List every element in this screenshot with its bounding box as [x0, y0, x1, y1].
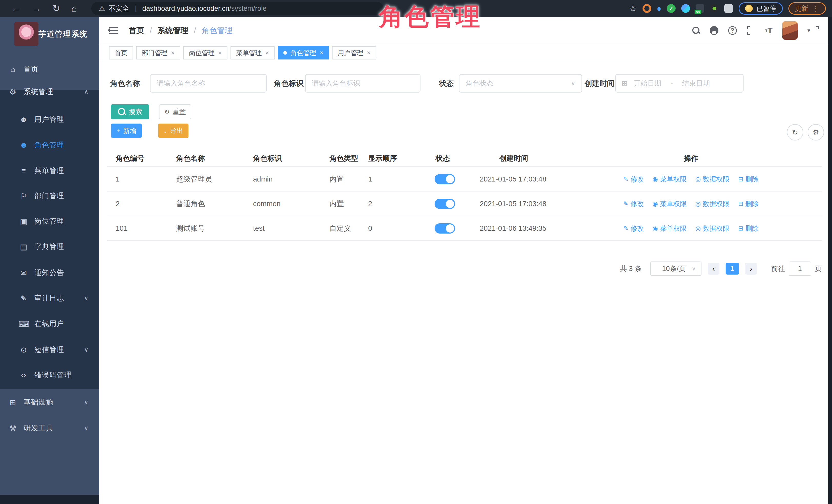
extension-gem-icon[interactable]: ♦	[657, 4, 661, 13]
status-select[interactable]: 角色状态 ∨	[459, 74, 582, 92]
edit-action[interactable]: ✎修改	[623, 191, 644, 216]
tab-home[interactable]: 首页	[109, 46, 133, 59]
extension-blue-icon[interactable]	[681, 4, 690, 13]
sidebar-collapse-bar[interactable]	[0, 495, 99, 504]
paused-badge[interactable]: 已暂停	[739, 2, 783, 15]
delete-action[interactable]: ⊟删除	[738, 191, 759, 216]
menu-permission-action[interactable]: ◉菜单权限	[652, 191, 686, 216]
avatar-caret-icon[interactable]: ▾	[807, 27, 810, 34]
user-avatar[interactable]	[782, 21, 798, 40]
chevron-down-icon: ∨	[84, 295, 88, 302]
date-range-picker[interactable]: ⊞ 开始日期 - 结束日期	[615, 74, 744, 92]
trash-icon: ⊟	[738, 167, 743, 191]
user-icon: ☻	[19, 115, 29, 124]
role-name-input[interactable]	[150, 74, 267, 92]
page-number-button[interactable]: 1	[726, 263, 739, 274]
sidebar-item-infrastructure[interactable]: ⊞ 基础设施 ∨	[0, 390, 99, 415]
data-permission-action[interactable]: ◎数据权限	[695, 216, 729, 241]
sidebar-item-online-users[interactable]: ⌨ 在线用户	[0, 312, 99, 336]
tab-menu-management[interactable]: 菜单管理×	[231, 46, 275, 59]
extension-monkey-icon[interactable]	[710, 4, 719, 13]
url-path: /system/role	[229, 5, 267, 12]
breadcrumb-system[interactable]: 系统管理	[157, 25, 188, 36]
delete-action[interactable]: ⊟删除	[738, 167, 759, 191]
prev-page-button[interactable]: ‹	[708, 263, 720, 274]
close-icon[interactable]: ×	[320, 49, 323, 56]
cell-create-time: 2021-01-05 17:03:48	[480, 191, 546, 216]
sidebar-item-user-management[interactable]: ☻ 用户管理	[0, 107, 99, 132]
sidebar-item-system-management[interactable]: ⚙ 系统管理 ∧	[0, 79, 99, 104]
close-icon[interactable]: ×	[171, 49, 175, 56]
status-toggle[interactable]	[435, 199, 455, 209]
status-toggle[interactable]	[435, 223, 455, 234]
sidebar-item-dev-tools[interactable]: ⚒ 研发工具 ∨	[0, 416, 99, 441]
help-icon[interactable]: ?	[728, 26, 737, 35]
back-icon[interactable]: ←	[11, 0, 21, 17]
cell-role-id: 1	[115, 167, 120, 191]
browser-update-button[interactable]: 更新⋮	[788, 2, 826, 15]
url-bar[interactable]: ⚠ 不安全 | dashboard.yudao.iocoder.cn /syst…	[91, 2, 384, 15]
table-refresh-button[interactable]: ↻	[787, 124, 803, 140]
menu-permission-action[interactable]: ◉菜单权限	[652, 167, 686, 191]
sidebar-item-dict-management[interactable]: ▤ 字典管理	[0, 234, 99, 259]
sidebar-item-home[interactable]: ⌂ 首页	[0, 57, 99, 81]
sidebar-item-error-code[interactable]: ‹› 错误码管理	[0, 363, 99, 387]
close-icon[interactable]: ×	[265, 49, 269, 56]
sidebar-item-post-management[interactable]: ▣ 岗位管理	[0, 209, 99, 234]
page: ← → ↻ ⌂ ⚠ 不安全 | dashboard.yudao.iocoder.…	[0, 0, 832, 504]
browser-menu-icon[interactable]: ⋮	[812, 4, 820, 13]
close-icon[interactable]: ×	[218, 49, 222, 56]
reload-icon[interactable]: ↻	[52, 0, 60, 17]
tab-role-management[interactable]: 角色管理×	[278, 46, 329, 59]
sidebar-item-sms-management[interactable]: ⊙ 短信管理 ∨	[0, 337, 99, 362]
hamburger-icon[interactable]	[108, 25, 120, 36]
reset-button[interactable]: ↻重置	[159, 104, 191, 119]
tab-dept-management[interactable]: 部门管理×	[136, 46, 180, 59]
extension-orange-icon[interactable]	[643, 4, 651, 13]
goto-page-input[interactable]	[789, 262, 811, 276]
extension-check-icon[interactable]: ✓	[667, 4, 676, 13]
table-columns-button[interactable]: ⚙	[808, 124, 824, 140]
cell-sort: 2	[368, 191, 372, 216]
col-actions: 操作	[576, 150, 806, 167]
edit-action[interactable]: ✎修改	[623, 167, 644, 191]
github-icon[interactable]	[710, 26, 719, 35]
add-button[interactable]: +新增	[111, 124, 142, 138]
status-toggle[interactable]	[435, 174, 455, 184]
tab-user-management[interactable]: 用户管理×	[332, 46, 376, 59]
next-page-button[interactable]: ›	[745, 263, 757, 274]
font-size-icon[interactable]: тT	[765, 26, 773, 35]
home-icon[interactable]: ⌂	[71, 0, 77, 17]
breadcrumb-home[interactable]: 首页	[129, 25, 144, 36]
search-button[interactable]: 搜索	[111, 104, 149, 119]
extensions-puzzle-icon[interactable]	[724, 4, 733, 13]
page-size-select[interactable]: 10条/页∨	[650, 262, 702, 276]
search-icon[interactable]	[692, 27, 700, 34]
export-button[interactable]: ↓导出	[158, 124, 188, 138]
fullscreen-icon[interactable]	[747, 26, 755, 35]
sidebar-item-menu-management[interactable]: ≡ 菜单管理	[0, 158, 99, 183]
role-key-input[interactable]	[305, 74, 420, 92]
data-permission-action[interactable]: ◎数据权限	[695, 167, 729, 191]
tab-post-management[interactable]: 岗位管理×	[183, 46, 228, 59]
sidebar-item-notice[interactable]: ✉ 通知公告	[0, 261, 99, 285]
forward-icon[interactable]: →	[32, 0, 41, 17]
edit-action[interactable]: ✎修改	[623, 216, 644, 241]
page-scrollbar[interactable]	[828, 17, 832, 504]
col-role-name: 角色名称	[176, 150, 205, 167]
extension-dark-icon[interactable]: on	[696, 4, 704, 13]
bookmark-star-icon[interactable]: ☆	[629, 4, 636, 13]
pagination-total: 共 3 条	[620, 264, 642, 273]
sidebar-item-audit-log[interactable]: ✎ 审计日志 ∨	[0, 286, 99, 311]
sidebar-item-role-management[interactable]: ☻ 角色管理	[0, 133, 99, 157]
close-icon[interactable]: ×	[367, 49, 370, 56]
url-divider: |	[135, 5, 137, 12]
sidebar-item-dept-management[interactable]: ⚐ 部门管理	[0, 184, 99, 208]
menu-permission-action[interactable]: ◉菜单权限	[652, 216, 686, 241]
data-permission-action[interactable]: ◎数据权限	[695, 191, 729, 216]
circle-check-icon: ◉	[652, 216, 658, 241]
cell-role-type: 内置	[330, 167, 344, 191]
app-logo-row[interactable]: 芋道管理系统	[0, 17, 99, 50]
cell-role-name: 普通角色	[176, 191, 205, 216]
delete-action[interactable]: ⊟删除	[738, 216, 759, 241]
